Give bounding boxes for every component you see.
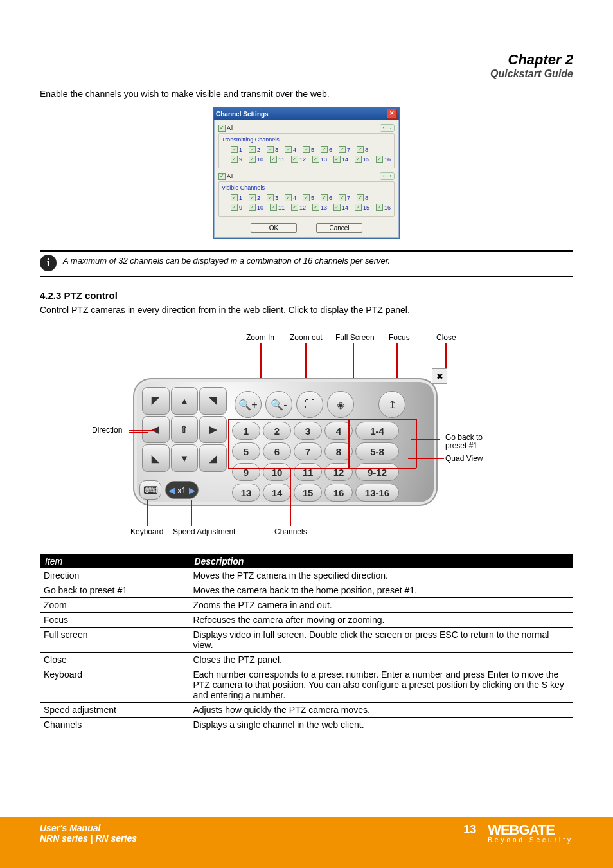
visible-channels-row2: 9 10 11 12 13 14 15 16	[222, 203, 391, 212]
chan-11[interactable]: 11	[294, 463, 322, 481]
chan-3[interactable]: 3	[294, 422, 322, 440]
dpad-down[interactable]: ▼	[171, 444, 199, 472]
dpad-down-right[interactable]: ◢	[199, 444, 227, 472]
chk-tx-16[interactable]: 16	[376, 156, 391, 163]
dpad-up[interactable]: ▲	[171, 387, 199, 415]
label-keyboard: Keyboard	[130, 527, 163, 537]
chk-tx-10[interactable]: 10	[249, 156, 263, 163]
dpad: ◤ ▲ ◥ ◀ ⇧ ▶ ◣ ▼ ◢	[142, 387, 227, 472]
chan-13[interactable]: 13	[232, 484, 260, 502]
chk-tx-4[interactable]: 4	[285, 146, 296, 153]
dialog-intro-text: Enable the channels you wish to make vis…	[40, 89, 573, 99]
dpad-up-right[interactable]: ◥	[199, 387, 227, 415]
label-speed: Speed Adjustment	[173, 527, 235, 537]
full-screen-icon[interactable]: ⛶	[296, 391, 323, 418]
table-row: Full screenDisplays video in full screen…	[40, 628, 573, 653]
table-row: FocusRefocuses the camera after moving o…	[40, 613, 573, 628]
chk-vis-7[interactable]: 7	[339, 194, 350, 201]
speed-value: x1	[177, 485, 186, 495]
zoom-out-icon[interactable]: 🔍-	[265, 391, 292, 418]
info-icon: i	[40, 255, 57, 271]
dpad-up-left[interactable]: ◤	[142, 387, 170, 415]
chk-tx-11[interactable]: 11	[270, 156, 285, 163]
chk-tx-8[interactable]: 8	[357, 146, 368, 153]
footer-series: NRN series | RN series	[40, 833, 137, 844]
chan-9[interactable]: 9	[232, 463, 260, 481]
chk-vis-13[interactable]: 13	[312, 204, 327, 211]
chk-vis-15[interactable]: 15	[355, 204, 369, 211]
quad-9-12[interactable]: 9-12	[355, 463, 399, 481]
speed-down-icon[interactable]: ◀	[168, 485, 175, 495]
chan-1[interactable]: 1	[232, 422, 260, 440]
chk-tx-7[interactable]: 7	[339, 146, 350, 153]
dialog-titlebar: Channel Settings ✕	[214, 107, 399, 120]
dpad-left[interactable]: ◀	[142, 416, 170, 444]
chk-tx-9[interactable]: 9	[231, 156, 242, 163]
close-icon[interactable]: ✖	[432, 368, 447, 384]
chk-tx-13[interactable]: 13	[312, 156, 327, 163]
home-preset-icon[interactable]: ↥	[378, 391, 405, 418]
dialog-close-button[interactable]: ✕	[387, 109, 397, 119]
chk-vis-9[interactable]: 9	[231, 204, 242, 211]
chk-vis-10[interactable]: 10	[249, 204, 263, 211]
dpad-down-left[interactable]: ◣	[142, 444, 170, 472]
chan-7[interactable]: 7	[294, 442, 322, 460]
chk-tx-14[interactable]: 14	[333, 156, 348, 163]
ptz-intro: Control PTZ cameras in every direction f…	[40, 305, 573, 315]
chk-vis-8[interactable]: 8	[357, 194, 368, 201]
chk-tx-12[interactable]: 12	[291, 156, 306, 163]
chk-vis-3[interactable]: 3	[267, 194, 278, 201]
focus-icon[interactable]: ◈	[327, 391, 354, 418]
chan-14[interactable]: 14	[263, 484, 291, 502]
speed-up-icon[interactable]: ▶	[189, 485, 195, 495]
label-close: Close	[436, 333, 456, 343]
table-row: Go back to preset #1Moves the camera bac…	[40, 583, 573, 598]
table-row: Speed adjustmentAdjusts how quickly the …	[40, 703, 573, 718]
chk-vis-5[interactable]: 5	[303, 194, 314, 201]
chan-15[interactable]: 15	[294, 484, 322, 502]
page-header: Chapter 2 Quickstart Guide	[40, 51, 573, 80]
quad-1-4[interactable]: 1-4	[355, 422, 399, 440]
ptz-items-table: Item Description DirectionMoves the PTZ …	[40, 554, 573, 732]
chk-vis-14[interactable]: 14	[333, 204, 348, 211]
chk-vis-6[interactable]: 6	[321, 194, 332, 201]
chan-6[interactable]: 6	[263, 442, 291, 460]
keyboard-icon[interactable]: ⌨	[139, 480, 161, 500]
chk-tx-6[interactable]: 6	[321, 146, 332, 153]
chk-tx-3[interactable]: 3	[267, 146, 278, 153]
chan-16[interactable]: 16	[324, 484, 353, 502]
chan-2[interactable]: 2	[263, 422, 291, 440]
dialog-ok-button[interactable]: OK	[251, 223, 297, 233]
all-checkbox-visible[interactable]: All	[218, 173, 233, 180]
quad-5-8[interactable]: 5-8	[355, 442, 399, 460]
table-row: ChannelsDisplays a single channel in the…	[40, 718, 573, 732]
speed-adjust[interactable]: ◀ x1 ▶	[165, 481, 199, 499]
chapter-label: Chapter 2	[40, 51, 573, 68]
nav-prev-next-visible[interactable]: ‹›	[380, 172, 395, 180]
chan-10[interactable]: 10	[263, 463, 291, 481]
nav-prev-next-transmitting[interactable]: ‹›	[380, 124, 395, 132]
chk-tx-15[interactable]: 15	[355, 156, 369, 163]
chk-tx-2[interactable]: 2	[249, 146, 260, 153]
ptz-heading: 4.2.3 PTZ control	[40, 290, 573, 301]
channel-grid: 1 2 3 4 1-4 5 6 7 8 5-8 9 10 11 12 9-12 …	[232, 422, 399, 502]
group-label-visible: Visible Channels	[222, 185, 391, 191]
chk-tx-5[interactable]: 5	[303, 146, 314, 153]
brand-tag: Beyond Security	[488, 837, 573, 844]
chk-tx-1[interactable]: 1	[231, 146, 242, 153]
chk-vis-16[interactable]: 16	[376, 204, 391, 211]
dpad-home[interactable]: ⇧	[171, 416, 199, 444]
zoom-in-icon[interactable]: 🔍+	[235, 391, 262, 418]
dialog-cancel-button[interactable]: Cancel	[316, 223, 362, 233]
quad-13-16[interactable]: 13-16	[355, 484, 399, 502]
all-checkbox-transmitting[interactable]: All	[218, 125, 233, 132]
chk-vis-12[interactable]: 12	[291, 204, 306, 211]
chan-5[interactable]: 5	[232, 442, 260, 460]
chk-vis-1[interactable]: 1	[231, 194, 242, 201]
chk-vis-2[interactable]: 2	[249, 194, 260, 201]
dpad-right[interactable]: ▶	[199, 416, 227, 444]
dialog-title-text: Channel Settings	[216, 111, 269, 118]
chk-vis-4[interactable]: 4	[285, 194, 296, 201]
transmitting-channels-row1: 1 2 3 4 5 6 7 8	[222, 145, 391, 154]
chk-vis-11[interactable]: 11	[270, 204, 285, 211]
